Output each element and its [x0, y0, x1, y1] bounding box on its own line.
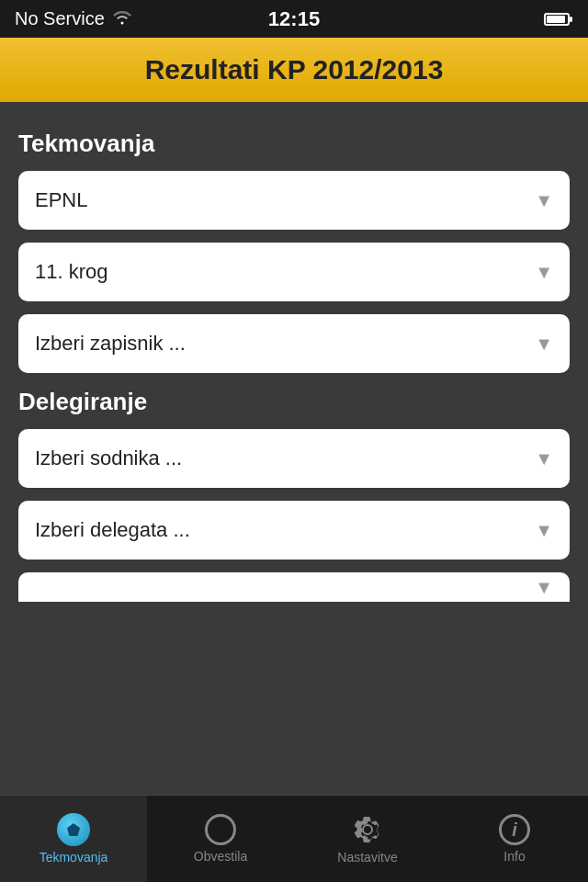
tab-tekmovanja-label: Tekmovanja — [40, 850, 108, 865]
gear-icon — [351, 813, 384, 846]
app-header: Rezultati KP 2012/2013 — [0, 38, 588, 102]
tab-nastavitve-label: Nastavitve — [337, 850, 397, 865]
status-time: 12:15 — [268, 7, 320, 31]
sodnik-dropdown[interactable]: Izberi sodnika ... ▼ — [18, 429, 570, 488]
krog-dropdown[interactable]: 11. krog ▼ — [18, 243, 570, 301]
circle-icon — [205, 814, 236, 845]
epnl-arrow-icon: ▼ — [535, 190, 553, 211]
sodnik-value: Izberi sodnika ... — [35, 447, 182, 470]
tab-info[interactable]: i Info — [441, 796, 588, 882]
carrier-label: No Service — [15, 8, 105, 29]
delegat-arrow-icon: ▼ — [535, 520, 553, 541]
krog-arrow-icon: ▼ — [535, 262, 553, 283]
tab-obvestila[interactable]: Obvestila — [147, 796, 294, 882]
zapisnik-arrow-icon: ▼ — [535, 334, 553, 355]
tab-bar: Tekmovanja Obvestila Nastavitve i Info — [0, 795, 588, 882]
svg-rect-1 — [547, 16, 565, 23]
tekmovanja-section: Tekmovanja EPNL ▼ 11. krog ▼ Izberi zapi… — [18, 130, 570, 373]
delegat-dropdown[interactable]: Izberi delegata ... ▼ — [18, 501, 570, 560]
extra-arrow-icon: ▼ — [535, 577, 553, 598]
zapisnik-value: Izberi zapisnik ... — [35, 332, 186, 356]
wifi-icon — [112, 8, 132, 29]
svg-rect-2 — [570, 17, 572, 22]
extra-dropdown[interactable]: ▼ — [18, 572, 570, 602]
tab-tekmovanja[interactable]: Tekmovanja — [0, 796, 147, 882]
delegat-value: Izberi delegata ... — [35, 518, 190, 542]
tekmovanja-label: Tekmovanja — [18, 130, 570, 158]
main-content: Tekmovanja EPNL ▼ 11. krog ▼ Izberi zapi… — [0, 102, 588, 808]
krog-value: 11. krog — [35, 260, 108, 284]
delegiranje-section: Delegiranje Izberi sodnika ... ▼ Izberi … — [18, 388, 570, 602]
tab-info-label: Info — [503, 849, 525, 864]
tab-nastavitve[interactable]: Nastavitve — [294, 796, 441, 882]
page-title: Rezultati KP 2012/2013 — [18, 54, 570, 85]
battery-container — [544, 11, 573, 28]
status-bar: No Service 12:15 — [0, 0, 588, 38]
sodnik-arrow-icon: ▼ — [535, 448, 553, 469]
delegiranje-label: Delegiranje — [18, 388, 570, 416]
soccer-ball-icon — [57, 813, 90, 846]
zapisnik-dropdown[interactable]: Izberi zapisnik ... ▼ — [18, 314, 570, 373]
epnl-dropdown[interactable]: EPNL ▼ — [18, 171, 570, 230]
epnl-value: EPNL — [35, 188, 87, 212]
tab-obvestila-label: Obvestila — [194, 849, 247, 864]
info-icon: i — [499, 814, 530, 845]
battery-icon — [544, 11, 573, 28]
